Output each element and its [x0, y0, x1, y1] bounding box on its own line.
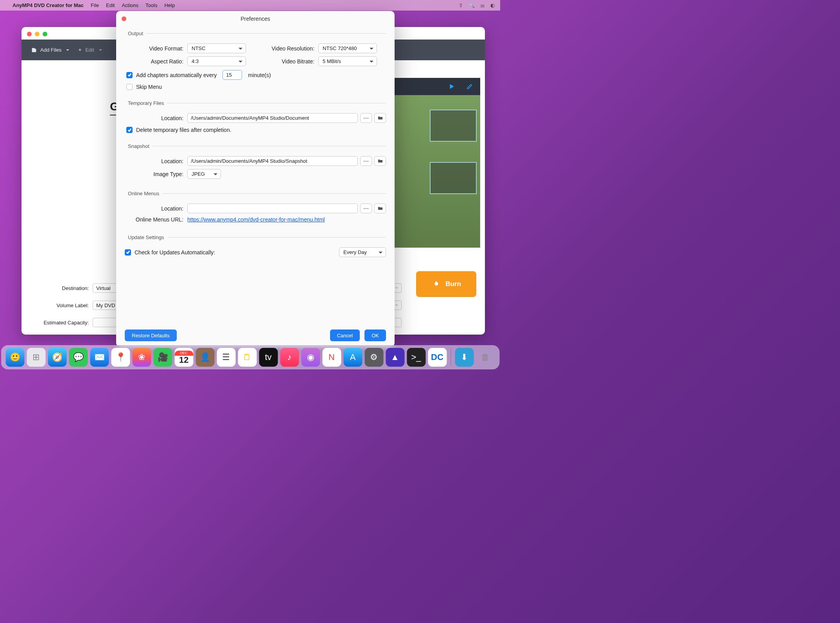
chapters-checkbox[interactable] [126, 72, 133, 78]
group-update: Update Settings Check for Updates Automa… [125, 234, 386, 260]
play-icon[interactable] [448, 83, 455, 90]
video-format-label: Video Format: [125, 45, 187, 52]
folder-icon [377, 158, 383, 164]
dock-reminders[interactable]: ☰ [217, 348, 235, 367]
menu-file[interactable]: File [91, 2, 99, 8]
spotlight-icon[interactable]: 🔍 [468, 2, 475, 8]
online-url-link[interactable]: https://www.anymp4.com/dvd-creator-for-m… [187, 216, 325, 223]
group-snapshot-legend: Snapshot [125, 143, 153, 149]
group-snapshot: Snapshot Location: /Users/admin/Document… [125, 143, 386, 182]
dock-safari[interactable]: 🧭 [48, 348, 66, 367]
video-format-select[interactable]: NTSC [187, 43, 246, 53]
flame-icon [431, 280, 440, 288]
dock-finder[interactable]: 🙂 [5, 348, 24, 367]
skip-menu-label: Skip Menu [136, 84, 162, 90]
snapshot-browse-button[interactable] [374, 156, 386, 166]
group-online-legend: Online Menus [125, 191, 162, 196]
status-icon[interactable]: ⇪ [459, 2, 463, 8]
capacity-label: Estimated Capacity: [30, 320, 89, 326]
snapshot-more-button[interactable]: ⋯ [360, 156, 372, 166]
cancel-button[interactable]: Cancel [330, 330, 360, 341]
ellipsis-icon: ⋯ [363, 205, 369, 212]
image-type-label: Image Type: [125, 171, 187, 177]
image-type-select[interactable]: JPEG [187, 169, 221, 179]
snapshot-location-field[interactable]: /Users/admin/Documents/AnyMP4 Studio/Sna… [187, 156, 358, 166]
menu-help[interactable]: Help [164, 2, 175, 8]
video-bitrate-label: Video Bitrate: [260, 58, 318, 65]
dock-appstore[interactable]: A [343, 348, 362, 367]
group-temp-legend: Temporary Files [125, 100, 167, 106]
dock-downloads[interactable]: ⬇ [455, 348, 474, 367]
chevron-down-icon [395, 287, 398, 290]
delete-temp-checkbox[interactable] [126, 127, 133, 133]
dock-maps[interactable]: 📍 [111, 348, 130, 367]
dock-photos[interactable]: ❀ [132, 348, 151, 367]
online-location-field[interactable] [187, 203, 358, 213]
ok-button[interactable]: OK [364, 330, 386, 341]
menu-edit[interactable]: Edit [106, 2, 115, 8]
video-resolution-select[interactable]: NTSC 720*480 [318, 43, 377, 53]
restore-defaults-button[interactable]: Restore Defaults [125, 330, 177, 341]
chapters-minutes-stepper[interactable]: 15 [223, 70, 242, 80]
dock-calendar[interactable]: DEC 12 [174, 348, 193, 367]
temp-more-button[interactable]: ⋯ [360, 113, 372, 123]
check-updates-checkbox[interactable] [125, 249, 131, 256]
group-temp: Temporary Files Location: /Users/admin/D… [125, 100, 386, 135]
close-window-icon[interactable] [27, 32, 32, 36]
dock: 🙂 ⊞ 🧭 💬 ✉️ 📍 ❀ 🎥 DEC 12 👤 ☰ 🗒 tv ♪ ◉ N A… [1, 345, 499, 369]
add-files-label: Add Files [40, 47, 61, 53]
online-browse-button[interactable] [374, 203, 386, 213]
close-icon[interactable] [122, 16, 126, 21]
video-resolution-label: Video Resolution: [260, 45, 318, 52]
dock-dc[interactable]: DC [428, 348, 447, 367]
add-files-button[interactable]: Add Files [31, 47, 69, 53]
dock-news[interactable]: N [322, 348, 341, 367]
dock-affinity[interactable]: ▲ [386, 348, 404, 367]
control-center-icon[interactable]: ⚌ [480, 2, 485, 8]
dock-messages[interactable]: 💬 [69, 348, 88, 367]
preview-thumb[interactable] [430, 110, 477, 142]
folder-icon [377, 115, 383, 121]
dock-podcasts[interactable]: ◉ [301, 348, 320, 367]
dock-tv[interactable]: tv [259, 348, 278, 367]
menu-actions[interactable]: Actions [122, 2, 138, 8]
update-frequency-select[interactable]: Every Day [339, 247, 386, 257]
menu-tools[interactable]: Tools [145, 2, 157, 8]
dock-settings[interactable]: ⚙ [364, 348, 383, 367]
dock-mail[interactable]: ✉️ [90, 348, 109, 367]
group-output: Output Video Format: NTSC Video Resoluti… [125, 31, 386, 92]
edit-button[interactable]: ✦ Edit [78, 47, 102, 53]
aspect-ratio-select[interactable]: 4:3 [187, 56, 246, 66]
skip-menu-checkbox[interactable] [126, 84, 133, 90]
chevron-down-icon [99, 49, 102, 52]
dock-trash[interactable]: 🗑 [476, 348, 495, 367]
dock-music[interactable]: ♪ [280, 348, 299, 367]
app-name[interactable]: AnyMP4 DVD Creator for Mac [13, 2, 84, 8]
dock-launchpad[interactable]: ⊞ [27, 348, 45, 367]
burn-label: Burn [445, 280, 461, 288]
preview-stage [394, 95, 480, 248]
menubar: AnyMP4 DVD Creator for Mac File Edit Act… [0, 0, 500, 11]
minimize-window-icon[interactable] [35, 32, 39, 36]
temp-location-field[interactable]: /Users/admin/Documents/AnyMP4 Studio/Doc… [187, 113, 358, 123]
video-bitrate-select[interactable]: 5 MBit/s [318, 56, 377, 66]
online-more-button[interactable]: ⋯ [360, 203, 372, 213]
temp-location-label: Location: [125, 115, 187, 121]
zoom-window-icon[interactable] [43, 32, 47, 36]
chevron-down-icon [395, 304, 398, 308]
temp-browse-button[interactable] [374, 113, 386, 123]
group-output-legend: Output [125, 31, 146, 36]
check-updates-label: Check for Updates Automatically: [135, 249, 215, 256]
dock-notes[interactable]: 🗒 [238, 348, 257, 367]
dock-terminal[interactable]: >_ [407, 348, 425, 367]
dock-contacts[interactable]: 👤 [196, 348, 214, 367]
add-files-icon [31, 47, 37, 53]
edit-pencil-icon[interactable] [466, 83, 473, 90]
snapshot-location-label: Location: [125, 158, 187, 164]
burn-button[interactable]: Burn [416, 271, 476, 297]
dock-facetime[interactable]: 🎥 [153, 348, 172, 367]
chapters-label: Add chapters automatically every [136, 72, 217, 78]
online-url-label: Online Menus URL: [125, 216, 187, 223]
siri-icon[interactable]: ◐ [490, 2, 495, 8]
preview-thumb[interactable] [430, 162, 477, 194]
